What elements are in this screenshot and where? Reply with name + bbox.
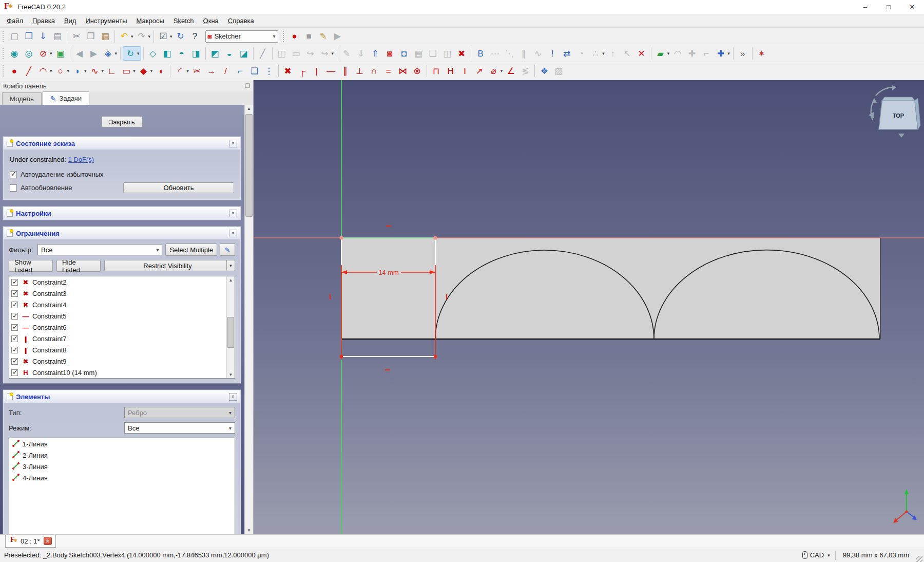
view-right-icon[interactable]: ◨ [189, 46, 203, 61]
chevron-down-icon[interactable]: ▾ [170, 34, 172, 39]
bspline-poles-icon[interactable]: ⋯ [488, 46, 502, 61]
refresh-icon[interactable]: ↻ [174, 29, 188, 44]
toolbar-overflow-icon[interactable]: » [736, 46, 750, 61]
view-top-icon[interactable]: ◓ [175, 46, 189, 61]
menu-macros[interactable]: Макросы [132, 15, 169, 26]
construction-mode-icon[interactable]: ⋮ [262, 64, 276, 78]
constraint-horizontal-icon[interactable]: — [324, 64, 338, 78]
constraint-lock-icon[interactable]: ⊓ [429, 64, 444, 78]
chevron-down-icon[interactable]: ▾ [727, 51, 730, 56]
new-file-icon[interactable]: ▢ [7, 29, 22, 44]
constraint-block-icon[interactable]: ⊗ [410, 64, 425, 78]
task-panel-scrollbar[interactable]: ▲▼ [244, 105, 253, 534]
redo-icon[interactable]: ↷▾ [134, 29, 152, 44]
hide-listed-button[interactable]: Hide Listed [56, 260, 101, 272]
auto-remove-checkbox[interactable] [10, 171, 17, 178]
chevron-down-icon[interactable]: ▾ [50, 51, 52, 56]
join-curves-icon[interactable]: ∴▾ [588, 46, 606, 61]
resize-grip[interactable] [916, 556, 922, 562]
activate-constraint-icon[interactable]: ▨ [551, 64, 566, 78]
chevron-down-icon[interactable]: ▾ [150, 68, 153, 73]
print-icon[interactable]: ▤ [50, 29, 65, 44]
section-settings-header[interactable]: Настройки » [4, 207, 240, 219]
element-list-item[interactable]: 1-Линия [9, 438, 235, 449]
constraint-distance-icon[interactable]: ↗ [472, 64, 487, 78]
tab-model[interactable]: Модель [2, 92, 42, 105]
constraints-filter-select[interactable]: Все ▾ [37, 244, 162, 255]
constraint-visibility-checkbox[interactable] [11, 335, 18, 342]
element-list-item[interactable]: 2-Линия [9, 449, 235, 461]
select-multiple-button[interactable]: Select Multiple [165, 243, 217, 256]
external-geometry-icon[interactable]: ⌐ [233, 64, 247, 78]
chevron-down-icon[interactable]: ▾ [102, 68, 104, 73]
constraint-list-item[interactable]: ✖Constraint9 [9, 355, 235, 367]
create-line-icon[interactable]: ╱ [22, 64, 36, 78]
close-task-button[interactable]: Закрыть [102, 116, 143, 127]
menu-windows[interactable]: Окна [199, 15, 223, 26]
remove-handle-icon[interactable]: ⌐ [699, 46, 714, 61]
create-polyline-icon[interactable]: ∟ [105, 64, 119, 78]
constraint-hdistance-icon[interactable]: H [444, 64, 458, 78]
constraint-point-on-object-icon[interactable]: ┌ [295, 64, 310, 78]
view-left-icon[interactable]: ◪ [237, 46, 251, 61]
auto-update-checkbox[interactable] [10, 184, 17, 192]
virtual-space-icon[interactable]: ⇄ [560, 46, 574, 61]
create-slot-icon[interactable]: ◖ [153, 64, 168, 78]
fillet-icon[interactable]: ◜▾ [172, 64, 190, 78]
create-sketch-icon[interactable]: ✎ [339, 46, 354, 61]
nav-forward-icon[interactable]: ▶ [87, 46, 101, 61]
make-link-icon[interactable]: ↪ [303, 46, 318, 61]
constraint-info-icon[interactable]: ! [545, 46, 560, 61]
dimension-value[interactable]: 14 mm [378, 269, 399, 276]
close-document-icon[interactable]: ✕ [44, 537, 52, 545]
constraint-perpendicular-icon[interactable]: ⊥ [353, 64, 367, 78]
constraint-visibility-checkbox[interactable] [11, 347, 18, 353]
split-icon[interactable]: / [219, 64, 233, 78]
view-front-icon[interactable]: ◧ [160, 46, 175, 61]
bspline-multiplicity-icon[interactable]: ∥ [516, 46, 531, 61]
constraint-diameter-icon[interactable]: ⌀▾ [487, 64, 504, 78]
chevron-down-icon[interactable]: ▾ [137, 51, 140, 56]
add-handle-icon[interactable]: ✚ [685, 46, 699, 61]
constraint-list-item[interactable]: ✖Constraint2 [9, 276, 235, 288]
macro-record-icon[interactable]: ● [287, 29, 302, 44]
toggle-driving-constraint-icon[interactable]: ❖ [537, 64, 551, 78]
view-rotate-icon[interactable]: ↻▾ [123, 46, 141, 61]
nav-back-icon[interactable]: ◀ [72, 46, 87, 61]
constraint-list-item[interactable]: ✖Constraint3 [9, 288, 235, 299]
constraint-visibility-checkbox[interactable] [11, 369, 18, 376]
chevron-down-icon[interactable]: ▾ [115, 51, 118, 56]
constraint-vdistance-icon[interactable]: I [458, 64, 472, 78]
chevron-down-icon[interactable]: ▾ [84, 68, 87, 73]
update-button[interactable]: Обновить [123, 182, 234, 193]
element-list-item[interactable]: 4-Линия [9, 472, 235, 483]
toolbar-handle[interactable] [3, 65, 5, 77]
view-isometric-icon[interactable]: ◈▾ [101, 46, 119, 61]
raise-degree-icon[interactable]: ↑ [606, 46, 620, 61]
toolbar-handle[interactable] [3, 31, 5, 42]
chevron-down-icon[interactable]: ▾ [186, 68, 189, 73]
filter-settings-icon[interactable]: ✎ [220, 243, 235, 256]
workbench-selector[interactable]: ◙ Sketcher ▾ [205, 30, 278, 43]
constraint-list-item[interactable]: —Constraint5 [9, 310, 235, 322]
sketch-vertex[interactable] [433, 236, 437, 239]
menu-file[interactable]: Файл [2, 15, 28, 26]
chevron-down-icon[interactable]: ▾ [500, 68, 503, 73]
section-elements-header[interactable]: Элементы » [4, 390, 240, 403]
constraint-angle-icon[interactable]: ∠ [504, 64, 518, 78]
chevron-down-icon[interactable]: ▾ [667, 51, 670, 56]
macro-stop-icon[interactable]: ■ [302, 29, 316, 44]
constraint-vertical-icon[interactable]: | [310, 64, 324, 78]
collapse-section-icon[interactable]: » [229, 140, 237, 147]
constraint-parallel-icon[interactable]: ∥ [338, 64, 353, 78]
arc-continue-icon[interactable]: ◠ [670, 46, 685, 61]
link-tools-icon[interactable]: ↪▾ [318, 46, 335, 61]
constraint-list-item[interactable]: |Constraint7 [9, 333, 235, 344]
constraint-list-item[interactable]: ✖Constraint4 [9, 299, 235, 310]
float-panel-icon[interactable]: ❐ [245, 83, 250, 89]
section-sketch-status-header[interactable]: Состояние эскиза » [4, 137, 240, 149]
menu-tools[interactable]: Инструменты [81, 15, 131, 26]
section-constraints-header[interactable]: Ограничения » [4, 227, 240, 239]
view-sketch-icon[interactable]: ◙ [382, 46, 397, 61]
constraint-visibility-checkbox[interactable] [11, 302, 18, 308]
